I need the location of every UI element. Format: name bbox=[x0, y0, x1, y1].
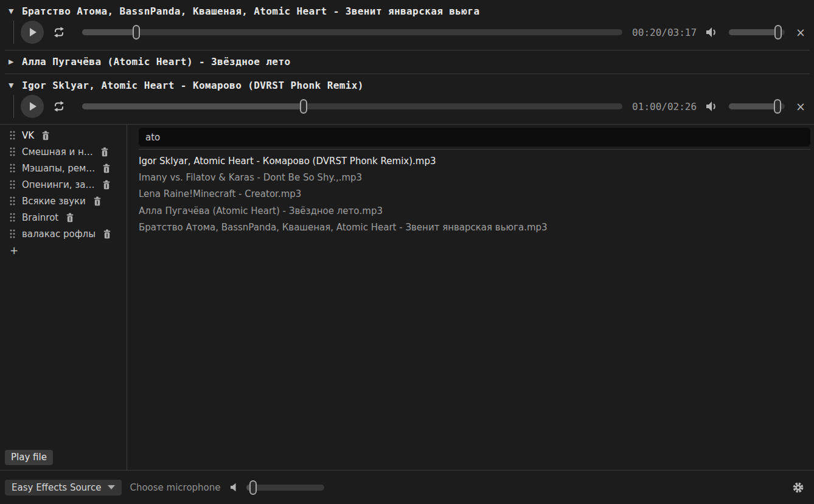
tab-label: Brainrot bbox=[22, 212, 58, 223]
player-header[interactable]: ▼ Igor Sklyar, Atomic Heart - Комарово (… bbox=[0, 74, 814, 92]
player-title: Братство Атома, BassnPanda, Квашеная, At… bbox=[22, 5, 479, 17]
delete-tab-button[interactable] bbox=[100, 147, 110, 157]
drag-handle-icon[interactable] bbox=[10, 147, 15, 156]
sidebar-tab[interactable]: Всякие звуки bbox=[0, 193, 127, 209]
trash-icon bbox=[100, 147, 109, 157]
close-button[interactable]: × bbox=[795, 27, 807, 38]
delete-tab-button[interactable] bbox=[102, 179, 111, 190]
delete-tab-button[interactable] bbox=[41, 130, 50, 141]
sidebar-tab[interactable]: Brainrot bbox=[0, 209, 127, 226]
source-select-label: Easy Effects Source bbox=[12, 482, 101, 493]
trash-icon bbox=[102, 180, 111, 190]
search-input[interactable] bbox=[139, 128, 810, 147]
trash-icon bbox=[102, 164, 111, 173]
play-file-button[interactable]: Play file bbox=[5, 450, 53, 465]
player-2: ▶ Алла Пугачёва (Atomic Heart) - Звёздно… bbox=[0, 50, 814, 74]
play-button[interactable] bbox=[21, 21, 44, 44]
sidebar-tab[interactable]: валакас рофлы bbox=[0, 226, 127, 242]
volume-thumb[interactable] bbox=[774, 99, 781, 114]
settings-button[interactable] bbox=[792, 482, 804, 494]
mic-volume-slider[interactable] bbox=[246, 485, 324, 491]
muted-speaker-icon bbox=[230, 483, 239, 492]
seek-fill bbox=[82, 29, 136, 35]
separator bbox=[139, 149, 810, 150]
indent-guide bbox=[13, 95, 14, 118]
drag-handle-icon[interactable] bbox=[10, 229, 15, 238]
repeat-button[interactable] bbox=[52, 26, 66, 38]
expander-icon[interactable]: ▼ bbox=[9, 81, 16, 89]
player-3: ▼ Igor Sklyar, Atomic Heart - Комарово (… bbox=[0, 74, 814, 124]
file-item[interactable]: Lena Raine!Minecraft - Creator.mp3 bbox=[139, 186, 810, 202]
time-display: 00:20/03:17 bbox=[632, 27, 697, 38]
add-tab-button[interactable]: + bbox=[0, 242, 24, 258]
expander-icon[interactable]: ▶ bbox=[9, 58, 16, 66]
seek-slider[interactable] bbox=[82, 29, 622, 35]
file-item[interactable]: Братство Атома, BassnPanda, Квашеная, At… bbox=[139, 219, 810, 236]
sidebar-tab[interactable]: Мэшапы, рем… bbox=[0, 160, 127, 176]
tab-label: валакас рофлы bbox=[22, 229, 96, 240]
mic-select-label[interactable]: Choose microphone bbox=[130, 482, 220, 493]
volume-slider[interactable] bbox=[729, 29, 785, 35]
file-item[interactable]: Igor Sklyar, Atomic Heart - Комарово (DV… bbox=[139, 153, 810, 169]
drag-handle-icon[interactable] bbox=[10, 131, 15, 140]
delete-tab-button[interactable] bbox=[102, 163, 111, 174]
close-button[interactable]: × bbox=[795, 101, 807, 112]
player-header[interactable]: ▶ Алла Пугачёва (Atomic Heart) - Звёздно… bbox=[0, 50, 814, 69]
drag-handle-icon[interactable] bbox=[10, 164, 15, 173]
sidebar: VK bbox=[0, 125, 127, 470]
repeat-button[interactable] bbox=[52, 100, 66, 112]
source-select[interactable]: Easy Effects Source bbox=[5, 480, 122, 495]
volume-fill bbox=[729, 103, 777, 109]
delete-tab-button[interactable] bbox=[65, 212, 75, 223]
players-section: ▼ Братство Атома, BassnPanda, Квашеная, … bbox=[0, 0, 814, 125]
gear-icon bbox=[792, 482, 804, 494]
drag-handle-icon[interactable] bbox=[10, 213, 15, 222]
tab-label: Мэшапы, рем… bbox=[22, 163, 95, 174]
expander-icon[interactable]: ▼ bbox=[9, 7, 16, 15]
file-item[interactable]: Imany vs. Filatov & Karas - Dont Be So S… bbox=[139, 169, 810, 185]
file-panel: Igor Sklyar, Atomic Heart - Комарово (DV… bbox=[127, 125, 814, 470]
file-name: Lena Raine!Minecraft - Creator.mp3 bbox=[139, 188, 301, 199]
speaker-icon bbox=[705, 27, 718, 38]
time-display: 01:00/02:26 bbox=[632, 101, 697, 112]
volume-button[interactable] bbox=[705, 101, 718, 112]
player-header[interactable]: ▼ Братство Атома, BassnPanda, Квашеная, … bbox=[0, 0, 814, 18]
tab-label: Опенинги, за… bbox=[22, 179, 95, 190]
mute-button[interactable] bbox=[230, 483, 239, 492]
trash-icon bbox=[66, 213, 74, 223]
player-controls: 01:00/02:26 × bbox=[0, 92, 814, 120]
tab-list: VK bbox=[0, 127, 127, 242]
speaker-icon bbox=[705, 101, 718, 112]
file-item[interactable]: Алла Пугачёва (Atomic Heart) - Звёздное … bbox=[139, 202, 810, 219]
seek-thumb[interactable] bbox=[133, 25, 140, 40]
player-title: Igor Sklyar, Atomic Heart - Комарово (DV… bbox=[22, 80, 364, 91]
file-list: Igor Sklyar, Atomic Heart - Комарово (DV… bbox=[139, 153, 810, 470]
player-controls: 00:20/03:17 × bbox=[0, 18, 814, 46]
file-name: Братство Атома, BassnPanda, Квашеная, At… bbox=[139, 222, 548, 233]
volume-button[interactable] bbox=[705, 27, 718, 38]
seek-fill bbox=[82, 103, 304, 109]
sidebar-tab[interactable]: VK bbox=[0, 127, 127, 143]
drag-handle-icon[interactable] bbox=[10, 180, 15, 189]
play-icon bbox=[30, 102, 37, 111]
seek-thumb[interactable] bbox=[300, 99, 307, 114]
drag-handle-icon[interactable] bbox=[10, 196, 15, 205]
file-name: Igor Sklyar, Atomic Heart - Комарово (DV… bbox=[139, 156, 436, 167]
play-icon bbox=[30, 28, 37, 36]
trash-icon bbox=[41, 131, 50, 140]
volume-thumb[interactable] bbox=[774, 25, 782, 40]
delete-tab-button[interactable] bbox=[92, 196, 102, 207]
indent-guide bbox=[13, 21, 14, 44]
sidebar-tab[interactable]: Смешная и н… bbox=[0, 143, 127, 160]
delete-tab-button[interactable] bbox=[102, 229, 112, 240]
volume-slider[interactable] bbox=[729, 103, 785, 109]
player-title: Алла Пугачёва (Atomic Heart) - Звёздное … bbox=[22, 56, 290, 67]
file-name: Алла Пугачёва (Atomic Heart) - Звёздное … bbox=[139, 205, 383, 216]
sidebar-tab[interactable]: Опенинги, за… bbox=[0, 176, 127, 193]
tab-label: VK bbox=[22, 130, 34, 141]
tab-label: Всякие звуки bbox=[22, 196, 86, 207]
tab-label: Смешная и н… bbox=[22, 147, 93, 157]
play-button[interactable] bbox=[21, 95, 44, 118]
mic-volume-thumb[interactable] bbox=[249, 480, 257, 495]
seek-slider[interactable] bbox=[82, 103, 622, 109]
